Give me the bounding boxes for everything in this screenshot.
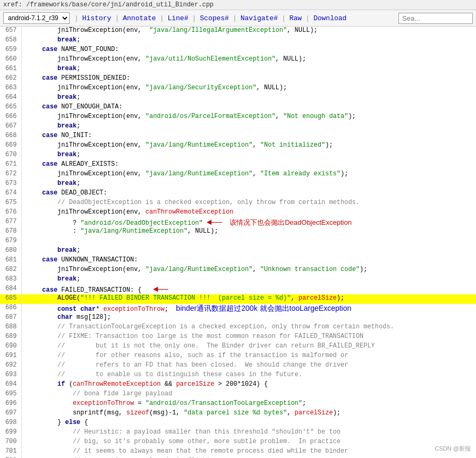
- table-row: 701 // it seems to always mean that the …: [0, 447, 476, 457]
- table-row: 663 jniThrowException(env, "java/lang/Se…: [0, 84, 476, 94]
- watermark: CSDN @新报: [435, 445, 471, 453]
- table-row: 699 // Heuristic: a payload smaller than…: [0, 428, 476, 438]
- table-row: 694 if (canThrowRemoteException && parce…: [0, 380, 476, 390]
- table-row: 678 : "java/lang/RuntimeException", NULL…: [0, 227, 476, 237]
- table-row: 679: [0, 237, 476, 247]
- table-row: 688 // TransactionTooLargeException is a…: [0, 323, 476, 333]
- table-row: 661 break;: [0, 65, 476, 74]
- table-row: 664 break;: [0, 94, 476, 103]
- table-row: 681 case UNKNOWN_TRANSACTION:: [0, 256, 476, 266]
- table-row: 682 jniThrowException(env, "java/lang/Ru…: [0, 266, 476, 275]
- code-table: 657 jniThrowException(env, "java/lang/Il…: [0, 27, 476, 458]
- nav-scopes[interactable]: Scopes#: [197, 13, 232, 23]
- table-row: 698 } else {: [0, 419, 476, 428]
- table-row: 673 break;: [0, 180, 476, 189]
- table-row: 697 snprintf(msg, sizeof(msg)-1, "data p…: [0, 409, 476, 419]
- table-row: 690 // but it is not the only one. The B…: [0, 342, 476, 352]
- table-row: 685 ALOGE("!!! FAILED BINDER TRANSACTION…: [0, 294, 476, 304]
- table-row: 667 break;: [0, 122, 476, 132]
- table-row: 676 jniThrowException(env, canThrowRemot…: [0, 208, 476, 218]
- table-row: 668 case NO_INIT:: [0, 132, 476, 141]
- table-row: 680 break;: [0, 247, 476, 256]
- table-row: 671 case ALREADY_EXISTS:: [0, 160, 476, 170]
- table-row: 677 ? "android/os/DeadObjectException" ◄…: [0, 218, 476, 227]
- nav-raw[interactable]: Raw: [286, 13, 305, 23]
- table-row: 675 // DeadObjectException is a checked …: [0, 199, 476, 208]
- table-row: 700 // big, so it's probably some other,…: [0, 438, 476, 447]
- nav-history[interactable]: History: [79, 13, 115, 23]
- table-row: 684 case FAILED_TRANSACTION: { ◄——: [0, 285, 476, 294]
- table-row: 665 case NOT_ENOUGH_DATA:: [0, 103, 476, 113]
- table-row: 691 // for other reasons also, such as i…: [0, 352, 476, 361]
- toolbar: android-7.1.2_r39 | History | Annotate |…: [0, 10, 476, 27]
- table-row: 669 jniThrowException(env, "java/lang/Ru…: [0, 141, 476, 151]
- table-row: 658 break;: [0, 36, 476, 46]
- table-row: 695 // bona fide large payload: [0, 390, 476, 400]
- table-row: 674 case DEAD_OBJECT:: [0, 189, 476, 199]
- table-row: 687 char msg[128];: [0, 313, 476, 323]
- table-row: 683 break;: [0, 275, 476, 285]
- table-row: 659 case NAME_NOT_FOUND:: [0, 46, 476, 55]
- nav-line[interactable]: Line#: [164, 13, 191, 23]
- table-row: 657 jniThrowException(env, "java/lang/Il…: [0, 27, 476, 36]
- table-row: 662 case PERMISSION_DENIED:: [0, 74, 476, 84]
- nav-annotate[interactable]: Annotate: [120, 13, 159, 23]
- search-input[interactable]: [398, 13, 473, 24]
- nav-download[interactable]: Download: [310, 13, 350, 23]
- version-select[interactable]: android-7.1.2_r39: [3, 12, 70, 24]
- table-row: 689 // FIXME: Transaction too large is t…: [0, 333, 476, 342]
- table-row: 686 const char* exceptionToThrow; binder…: [0, 304, 476, 313]
- table-row: 693 // to enable us to distinguish these…: [0, 371, 476, 380]
- table-row: 692 // refers to an FD that has been clo…: [0, 361, 476, 371]
- table-row: 666 jniThrowException(env, "android/os/P…: [0, 113, 476, 122]
- nav-navigate[interactable]: Navigate#: [237, 13, 281, 23]
- table-row: 660 jniThrowException(env, "java/util/No…: [0, 55, 476, 65]
- breadcrumb: xref: /frameworks/base/core/jni/android_…: [0, 0, 476, 10]
- table-row: 696 exceptionToThrow = "android/os/Trans…: [0, 400, 476, 409]
- table-row: 672 jniThrowException(env, "java/lang/Ru…: [0, 170, 476, 180]
- table-row: 670 break;: [0, 151, 476, 160]
- code-area: 657 jniThrowException(env, "java/lang/Il…: [0, 27, 476, 458]
